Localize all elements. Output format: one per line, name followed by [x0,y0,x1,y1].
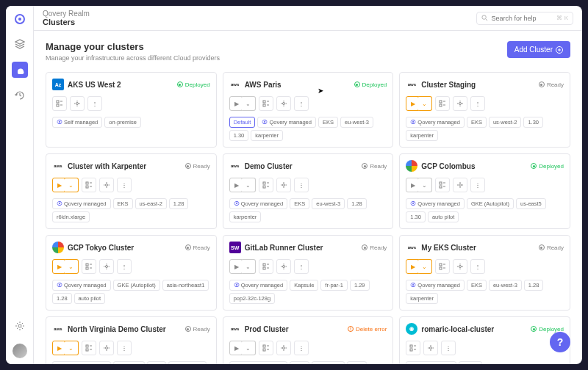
cluster-tag: Default [229,117,256,128]
menu-button[interactable]: ⋮ [294,178,309,192]
cluster-name[interactable]: AWS Paris [245,81,282,89]
menu-button[interactable]: ⋮ [441,341,456,355]
menu-button[interactable]: ⋮ [294,96,309,111]
svg-point-34 [106,347,108,349]
menu-button[interactable]: ⋮ [470,259,485,274]
logs-button[interactable] [406,341,420,355]
logs-button[interactable] [52,96,67,111]
menu-button[interactable]: ⋮ [294,259,309,274]
gear-icon[interactable] [12,319,27,333]
cluster-name[interactable]: AKS US West 2 [68,81,121,89]
menu-button[interactable]: ⋮ [117,178,132,192]
cluster-tag: 1.30 [406,211,426,222]
settings-button[interactable] [453,96,467,111]
cluster-name[interactable]: GitLab Runner Cluster [245,244,323,252]
logs-button[interactable] [82,341,96,355]
stack-icon[interactable] [12,37,27,51]
settings-button[interactable] [276,341,291,355]
deploy-dropdown[interactable]: ⌄ [417,259,432,274]
menu-button[interactable]: ⋮ [117,259,132,274]
cluster-tag: EKS [290,361,309,364]
settings-button[interactable] [423,341,438,355]
search-input[interactable]: ⌘ K [476,12,573,25]
cluster-name[interactable]: Prod Cluster [245,325,289,333]
deploy-dropdown[interactable]: ⌄ [64,178,79,192]
search-field[interactable] [491,15,553,22]
status-badge: Deployed [354,81,387,88]
logs-button[interactable] [259,96,273,111]
settings-button[interactable] [70,96,85,111]
scw-provider-icon: SW [229,242,241,253]
settings-button[interactable] [276,178,291,192]
cluster-name[interactable]: GCP Tokyo Cluster [68,244,134,252]
cluster-tag: karpenter [229,211,262,222]
settings-button[interactable] [276,96,291,111]
cluster-name[interactable]: North Virginia Demo Cluster [68,325,166,333]
logs-button[interactable] [435,259,450,274]
svg-point-25 [106,266,108,268]
deploy-dropdown[interactable]: ⌄ [417,96,432,111]
deploy-dropdown[interactable]: ⌄ [64,259,79,274]
cluster-card: awsMy EKS ClusterReady▶⌄⋮⦿Qovery managed… [399,235,570,311]
menu-button[interactable]: ⋮ [294,341,309,355]
svg-rect-33 [86,349,88,351]
menu-button[interactable]: ⋮ [87,96,102,111]
svg-rect-21 [440,186,442,188]
deploy-dropdown[interactable]: ⌄ [241,259,256,274]
status-badge: Ready [185,244,210,251]
menu-button[interactable]: ⋮ [470,96,485,111]
clusters-icon[interactable] [12,62,28,78]
cluster-tag: 1.30 [229,130,249,141]
deploy-dropdown[interactable]: ⌄ [241,178,256,192]
logs-button[interactable] [259,341,273,355]
settings-button[interactable] [453,178,467,192]
cluster-tag: ⦿Qovery managed [229,280,288,291]
cluster-card: SWGitLab Runner ClusterReady▶⌄⋮⦿Qovery m… [223,235,394,311]
cluster-name[interactable]: romaric-local-cluster [421,325,494,333]
cluster-tag: EKS [467,117,487,128]
cluster-name[interactable]: Cluster Staging [421,81,476,89]
cluster-tag: eu-west-3 [312,361,345,364]
svg-rect-35 [263,345,265,347]
status-badge: Ready [539,81,564,88]
status-badge: Ready [185,163,210,170]
menu-button[interactable]: ⋮ [470,178,485,192]
avatar[interactable] [12,344,27,358]
cluster-name[interactable]: Demo Cluster [245,162,293,170]
svg-point-3 [482,15,486,19]
logs-button[interactable] [82,178,96,192]
deploy-dropdown[interactable]: ⌄ [241,341,256,355]
breadcrumb: Qovery Realm Clusters [43,10,90,26]
logs-button[interactable] [259,259,273,274]
logs-button[interactable] [435,96,450,111]
azure-provider-icon: Az [52,79,64,90]
help-fab[interactable]: ? [550,332,570,352]
cluster-tag: EKS [113,198,133,209]
cluster-tag: 1.28 [147,361,167,364]
add-cluster-button[interactable]: Add Cluster [507,41,570,58]
aws-provider-icon: aws [229,79,241,90]
settings-button[interactable] [99,259,114,274]
settings-button[interactable] [99,178,114,192]
settings-button[interactable] [453,259,467,274]
settings-button[interactable] [99,341,114,355]
cluster-card: awsAWS ParisDeployed▶⌄⋮Default⦿Qovery ma… [223,72,394,148]
svg-point-7 [76,103,79,105]
cluster-tag: ⦿Qovery managed [406,117,465,128]
menu-button[interactable]: ⋮ [117,341,132,355]
logo-icon[interactable] [12,12,27,26]
deploy-dropdown[interactable]: ⌄ [241,96,256,111]
svg-rect-11 [440,101,442,103]
settings-button[interactable] [276,259,291,274]
logs-button[interactable] [435,178,450,192]
cluster-name[interactable]: GCP Colombus [421,162,475,170]
cluster-name[interactable]: Cluster with Karpenter [68,162,146,170]
logs-button[interactable] [259,178,273,192]
cluster-card: awsCluster StagingReady▶⌄⋮⦿Qovery manage… [399,72,570,148]
logs-button[interactable] [82,259,96,274]
cluster-name[interactable]: My EKS Cluster [421,244,476,252]
cluster-tag: Demo [459,361,482,364]
deploy-dropdown[interactable]: ⌄ [417,178,432,192]
deploy-dropdown[interactable]: ⌄ [64,341,79,355]
history-icon[interactable] [12,88,27,103]
